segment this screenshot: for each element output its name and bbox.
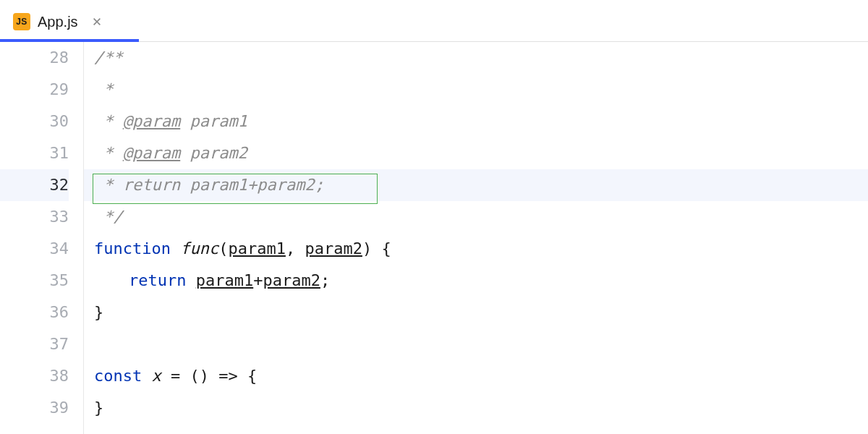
js-file-icon: JS xyxy=(13,13,30,30)
comment-star: * xyxy=(94,80,114,98)
code-line[interactable]: const x = () => { xyxy=(84,360,868,392)
param-ref: param1 xyxy=(196,271,253,289)
plus-op: + xyxy=(253,271,263,289)
tab-app-js[interactable]: JS App.js xyxy=(0,0,116,42)
param-def: param1 xyxy=(228,239,285,258)
jsdoc-param-tag: @param xyxy=(123,112,180,130)
var-name: x xyxy=(151,367,161,385)
comment-star: * xyxy=(94,112,123,130)
jsdoc-param-name: param1 xyxy=(180,112,247,130)
paren-open: ( xyxy=(218,239,228,258)
line-number: 31 xyxy=(0,137,69,169)
comma: , xyxy=(286,239,305,258)
space xyxy=(171,239,180,258)
code-line[interactable]: * @param param2 xyxy=(84,137,868,169)
line-number-gutter: 28 29 30 31 32 33 34 35 36 37 38 39 xyxy=(0,42,84,434)
line-number: 30 xyxy=(0,106,69,137)
line-number: 34 xyxy=(0,233,69,265)
tab-filename: App.js xyxy=(38,14,78,30)
brace-close: } xyxy=(94,399,103,417)
code-area[interactable]: /** * * @param param1 * @param param2 * … xyxy=(84,42,868,434)
code-line[interactable]: function func(param1, param2) { xyxy=(84,233,868,265)
code-line[interactable] xyxy=(84,328,868,360)
line-number: 33 xyxy=(0,201,69,233)
code-line[interactable]: * xyxy=(84,74,868,106)
function-name: func xyxy=(180,239,218,258)
code-line[interactable]: } xyxy=(84,297,868,328)
code-line[interactable]: return param1+param2; xyxy=(84,265,868,297)
code-line[interactable]: } xyxy=(84,392,868,424)
jsdoc-param-tag: @param xyxy=(123,144,180,162)
code-editor[interactable]: 28 29 30 31 32 33 34 35 36 37 38 39 /** … xyxy=(0,42,868,434)
param-def: param2 xyxy=(305,239,362,258)
line-number: 35 xyxy=(0,265,69,297)
space xyxy=(142,367,151,385)
suggestion-text: * return param1+param2; xyxy=(94,176,324,194)
code-line[interactable]: /** xyxy=(84,42,868,74)
brace-close: } xyxy=(94,303,103,321)
code-line[interactable]: * @param param1 xyxy=(84,106,868,137)
close-icon[interactable] xyxy=(90,14,104,29)
code-line[interactable]: */ xyxy=(84,201,868,233)
line-number: 28 xyxy=(0,42,69,74)
keyword-const: const xyxy=(94,367,142,385)
comment-close: */ xyxy=(94,208,123,226)
line-number: 29 xyxy=(0,74,69,106)
param-ref: param2 xyxy=(263,271,320,289)
tab-bar: JS App.js xyxy=(0,0,868,42)
comment-open: /** xyxy=(94,48,123,67)
paren-brace: ) { xyxy=(362,239,391,258)
line-number: 39 xyxy=(0,392,69,424)
keyword-return: return xyxy=(129,271,186,289)
line-number-current: 32 xyxy=(0,169,69,201)
arrow-fn-rest: = () => { xyxy=(161,367,257,385)
keyword-function: function xyxy=(94,239,171,258)
space xyxy=(186,271,195,289)
jsdoc-param-name: param2 xyxy=(180,144,247,162)
line-number: 37 xyxy=(0,328,69,360)
comment-star: * xyxy=(94,144,123,162)
code-line-current[interactable]: * return param1+param2; xyxy=(84,169,868,201)
line-number: 36 xyxy=(0,297,69,328)
semicolon: ; xyxy=(320,271,330,289)
line-number: 38 xyxy=(0,360,69,392)
